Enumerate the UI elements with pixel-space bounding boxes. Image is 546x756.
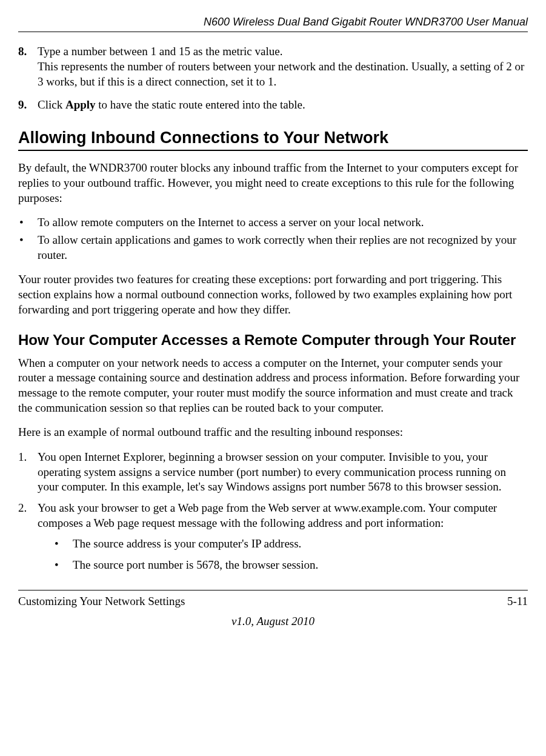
sub-para-2: Here is an example of normal outbound tr… [18, 425, 528, 440]
header-rule [18, 32, 528, 32]
intro-paragraph-2: Your router provides two features for cr… [18, 272, 528, 317]
numlist-2-sub-2-text: The source port number is 5678, the brow… [73, 558, 528, 573]
bullet-icon: • [55, 537, 73, 552]
numlist-2-sub-2: • The source port number is 5678, the br… [55, 558, 528, 573]
header-doc-title: N600 Wireless Dual Band Gigabit Router W… [18, 15, 528, 29]
numlist-1-number: 1. [18, 450, 38, 495]
subsection-heading: How Your Computer Accesses a Remote Comp… [18, 330, 528, 349]
numlist-2-text: You ask your browser to get a Web page f… [38, 501, 497, 529]
numlist-1-body: You open Internet Explorer, beginning a … [38, 450, 528, 495]
intro-bullet-1: • To allow remote computers on the Inter… [18, 215, 528, 230]
bullet-icon: • [55, 558, 73, 573]
sub-para-1: When a computer on your network needs to… [18, 356, 528, 416]
step-9-body: Click Apply to have the static route ent… [38, 98, 528, 113]
footer-center: v1.0, August 2010 [18, 614, 528, 629]
intro-bullet-2: • To allow certain applications and game… [18, 233, 528, 263]
step-8-number: 8. [18, 44, 38, 89]
numlist-2-body: You ask your browser to get a Web page f… [38, 501, 528, 579]
footer-left: Customizing Your Network Settings [18, 594, 185, 609]
step-8-line2: This represents the number of routers be… [38, 60, 524, 88]
step-9-pre: Click [38, 98, 65, 111]
intro-bullet-1-text: To allow remote computers on the Interne… [38, 215, 528, 230]
intro-bullet-2-text: To allow certain applications and games … [38, 233, 528, 263]
numlist-2-sub-1: • The source address is your computer's … [55, 537, 528, 552]
numlist-2-sub-1-text: The source address is your computer's IP… [73, 537, 528, 552]
footer-right: 5-11 [507, 594, 528, 609]
intro-paragraph: By default, the WNDR3700 router blocks a… [18, 161, 528, 206]
bullet-icon: • [18, 233, 38, 263]
numlist-2: 2. You ask your browser to get a Web pag… [18, 501, 528, 579]
step-9-bold: Apply [65, 98, 96, 111]
numlist-2-number: 2. [18, 501, 38, 579]
step-9: 9. Click Apply to have the static route … [18, 98, 528, 113]
footer-row: Customizing Your Network Settings 5-11 [18, 594, 528, 609]
step-8-body: Type a number between 1 and 15 as the me… [38, 44, 528, 89]
section-heading: Allowing Inbound Connections to Your Net… [18, 127, 528, 151]
step-8-line1: Type a number between 1 and 15 as the me… [38, 45, 282, 58]
footer-rule [18, 590, 528, 590]
step-8: 8. Type a number between 1 and 15 as the… [18, 44, 528, 89]
bullet-icon: • [18, 215, 38, 230]
step-9-post: to have the static route entered into th… [96, 98, 305, 111]
step-9-number: 9. [18, 98, 38, 113]
numlist-1: 1. You open Internet Explorer, beginning… [18, 450, 528, 495]
